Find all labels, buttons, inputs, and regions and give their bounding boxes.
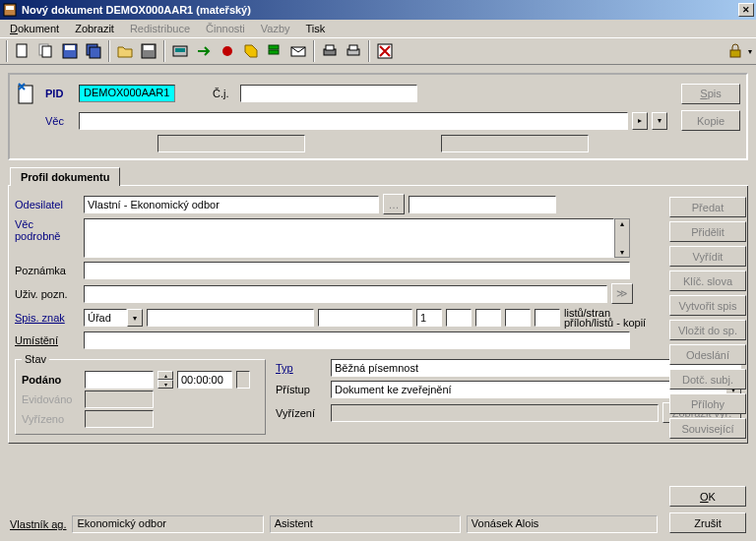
- ok-cancel-group: OKOK Zrušit: [669, 486, 746, 533]
- podano-time-input[interactable]: [177, 371, 232, 389]
- odesilatel-extra-input[interactable]: [409, 196, 556, 213]
- role-value: Asistent: [270, 515, 461, 533]
- menu-dokument[interactable]: DDokumentokument: [4, 22, 65, 35]
- svg-rect-8: [90, 47, 100, 58]
- podano-spin-down-icon[interactable]: ▾: [158, 380, 173, 389]
- spisznak-input1[interactable]: [147, 309, 314, 327]
- uzivpozn-label: Uživ. pozn.: [15, 288, 80, 300]
- poznamka-label: Poznámka: [15, 265, 80, 276]
- app-icon: [2, 2, 18, 18]
- spisznak-input2[interactable]: [318, 309, 412, 327]
- cj-input[interactable]: [240, 85, 417, 102]
- odesilatel-browse-button[interactable]: …: [383, 194, 405, 214]
- tb-arrow-icon[interactable]: [193, 40, 215, 62]
- odesilatel-input[interactable]: [84, 196, 379, 213]
- menubar: DDokumentokument Zobrazit Redistribuce Č…: [0, 20, 756, 37]
- klic-slova-button[interactable]: Klíč. slova: [669, 270, 746, 291]
- predat-button[interactable]: Předat: [669, 197, 746, 217]
- spisznak-label[interactable]: Spis. znak: [15, 312, 80, 324]
- listu-input[interactable]: [416, 309, 442, 327]
- spisznak-select[interactable]: [84, 309, 127, 327]
- pristup-select[interactable]: [331, 381, 725, 398]
- titlebar: Nový dokument DEMOX000AAR1 (mateřský) ✕: [0, 0, 756, 20]
- tb-print-icon[interactable]: [319, 40, 341, 62]
- tb-tag-icon[interactable]: [240, 40, 262, 62]
- star-doc-icon: [16, 81, 41, 106]
- vyrizeni-input: [331, 404, 659, 422]
- toolbar: ▾: [0, 37, 756, 65]
- vyridit-button[interactable]: Vyřídit: [669, 246, 746, 267]
- odeslani-button[interactable]: Odeslání: [669, 344, 746, 365]
- pridelit-button[interactable]: Přidělit: [669, 221, 746, 242]
- typ-label[interactable]: Typ: [276, 362, 327, 374]
- close-icon[interactable]: ✕: [738, 3, 754, 17]
- vlastnik-value: Ekonomický odbor: [72, 515, 263, 533]
- spisznak-dropdown-icon[interactable]: ▾: [127, 309, 143, 327]
- souvisejici-button[interactable]: Související: [669, 418, 746, 439]
- svg-rect-6: [65, 45, 75, 50]
- tb-save2-icon[interactable]: [138, 40, 159, 62]
- tb-device-icon[interactable]: [169, 40, 191, 62]
- svg-rect-2: [17, 44, 27, 57]
- tb-image-x-icon[interactable]: [374, 40, 396, 62]
- hdr-field-1: [158, 135, 305, 152]
- footer: Vlastník ag. Ekonomický odbor Asistent V…: [10, 515, 658, 533]
- menu-tisk[interactable]: Tisk: [300, 22, 332, 35]
- vlastnik-label[interactable]: Vlastník ag.: [10, 518, 66, 530]
- listu-input5[interactable]: [535, 309, 560, 327]
- pristup-label: Přístup: [276, 384, 327, 395]
- tb-red-icon[interactable]: [217, 40, 238, 62]
- tb-copy-icon[interactable]: [35, 40, 57, 62]
- podano-date-input[interactable]: [85, 371, 154, 389]
- listu-input3[interactable]: [475, 309, 501, 327]
- uzivpozn-expand-button[interactable]: ≫: [611, 283, 633, 304]
- header-panel: PID DEMOX000AAR1 Č.j. SSpispis Věc ▸ ▾ K…: [8, 73, 748, 160]
- ok-button[interactable]: OKOK: [669, 486, 746, 507]
- uzivpozn-input[interactable]: [84, 285, 607, 303]
- cj-label: Č.j.: [213, 88, 236, 99]
- stav-fieldset: Stav Podáno ▴▾ Evidováno Vyřízeno: [15, 353, 266, 435]
- podano-label: Podáno: [22, 374, 81, 386]
- vec-podrobne-scrollbar[interactable]: ▴▾: [614, 218, 630, 258]
- tb-save-icon[interactable]: [59, 40, 81, 62]
- spis-button[interactable]: SSpispis: [681, 84, 740, 104]
- vec-input[interactable]: [79, 112, 628, 130]
- user-value: Vonásek Alois: [467, 515, 658, 533]
- svg-rect-10: [144, 45, 154, 50]
- menu-vazby: Vazby: [255, 22, 296, 35]
- right-button-column: Předat Přidělit Vyřídit Klíč. slova Vytv…: [669, 197, 746, 439]
- vyrizeno-label: Vyřízeno: [22, 413, 81, 425]
- vec-scroll-icon[interactable]: ▸: [632, 112, 648, 130]
- vytvorit-spis-button[interactable]: Vytvořit spis: [669, 295, 746, 316]
- svg-rect-18: [326, 45, 334, 50]
- svg-rect-20: [349, 45, 357, 50]
- listu-labels: listů/stran příloh/listů - kopií: [564, 308, 646, 328]
- umisteni-label[interactable]: Umístění: [15, 334, 80, 346]
- tab-profil-dokumentu[interactable]: Profil dokumentu: [10, 167, 120, 186]
- menu-zobrazit[interactable]: Zobrazit: [69, 22, 120, 35]
- vec-podrobne-input[interactable]: [84, 218, 614, 258]
- listu-input4[interactable]: [505, 309, 531, 327]
- menu-cinnosti: Činnosti: [200, 22, 251, 35]
- kopie-button[interactable]: Kopie: [681, 110, 740, 131]
- prilohy-button[interactable]: Přílohy: [669, 393, 746, 414]
- poznamka-input[interactable]: [84, 262, 630, 279]
- tb-print2-icon[interactable]: [343, 40, 364, 62]
- tb-mail-icon[interactable]: [287, 40, 309, 62]
- listu-input2[interactable]: [446, 309, 472, 327]
- dotc-subj-button[interactable]: Dotč. subj.: [669, 369, 746, 390]
- tb-saveall-icon[interactable]: [83, 40, 104, 62]
- podano-spin-up-icon[interactable]: ▴: [158, 371, 173, 380]
- tb-folder-icon[interactable]: [114, 40, 136, 62]
- tb-lock-icon[interactable]: [724, 40, 746, 62]
- vec-dropdown-icon[interactable]: ▾: [652, 112, 667, 130]
- tb-dropdown-icon[interactable]: ▾: [748, 47, 752, 56]
- zrusit-button[interactable]: Zrušit: [669, 512, 746, 533]
- tb-stack-icon[interactable]: [264, 40, 285, 62]
- umisteni-input[interactable]: [84, 331, 630, 349]
- tb-new-icon[interactable]: [12, 40, 33, 62]
- vlozit-do-sp-button[interactable]: Vložit do sp.: [669, 320, 746, 340]
- svg-rect-22: [730, 50, 740, 57]
- svg-rect-14: [269, 45, 279, 49]
- podano-check[interactable]: [236, 371, 250, 389]
